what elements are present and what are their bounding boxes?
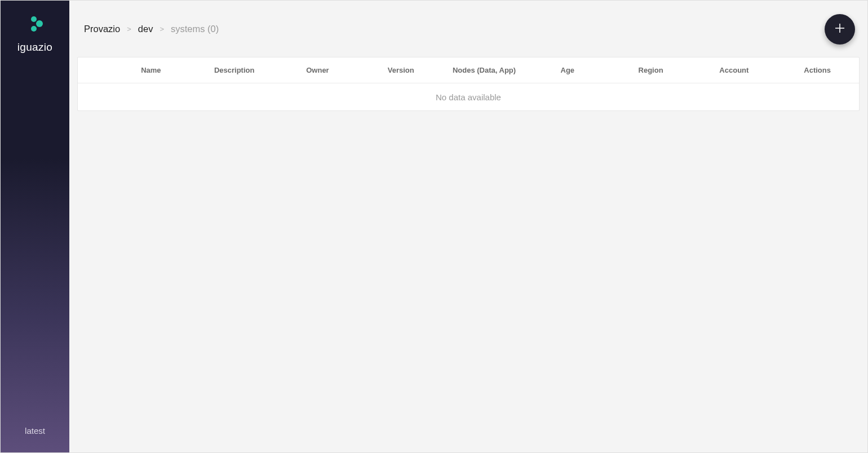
sidebar: iguazio latest (1, 1, 69, 452)
svg-point-2 (31, 26, 37, 32)
table-header-region[interactable]: Region (609, 66, 693, 74)
plus-icon (834, 22, 846, 37)
brand-name: iguazio (17, 41, 52, 54)
table-header-account[interactable]: Account (692, 66, 776, 74)
table-header-actions: Actions (776, 66, 859, 74)
table-header: Name Description Owner Version Nodes (Da… (78, 57, 859, 83)
brand-logo-icon (26, 16, 43, 33)
brand-logo[interactable]: iguazio (17, 16, 52, 54)
breadcrumb-item-systems: systems (0) (171, 24, 219, 34)
table-header-age[interactable]: Age (526, 66, 609, 74)
main-content: Provazio > dev > systems (0) Name Descri… (69, 1, 867, 452)
svg-point-0 (31, 16, 37, 22)
systems-table: Name Description Owner Version Nodes (Da… (77, 57, 860, 111)
breadcrumb: Provazio > dev > systems (0) (84, 24, 219, 34)
version-label: latest (25, 426, 45, 436)
table-header-owner[interactable]: Owner (276, 66, 360, 74)
table-header-nodes[interactable]: Nodes (Data, App) (442, 66, 526, 74)
table-header-description[interactable]: Description (193, 66, 276, 74)
breadcrumb-separator: > (160, 25, 164, 33)
svg-point-1 (36, 20, 43, 27)
add-button[interactable] (825, 14, 855, 45)
breadcrumb-item-provazio[interactable]: Provazio (84, 24, 120, 34)
table-header-version[interactable]: Version (359, 66, 442, 74)
topbar: Provazio > dev > systems (0) (69, 1, 867, 57)
breadcrumb-item-dev[interactable]: dev (138, 24, 153, 34)
table-empty-message: No data available (78, 83, 859, 110)
breadcrumb-separator: > (127, 25, 131, 33)
content-area: Name Description Owner Version Nodes (Da… (69, 57, 867, 111)
table-header-name[interactable]: Name (109, 66, 193, 74)
